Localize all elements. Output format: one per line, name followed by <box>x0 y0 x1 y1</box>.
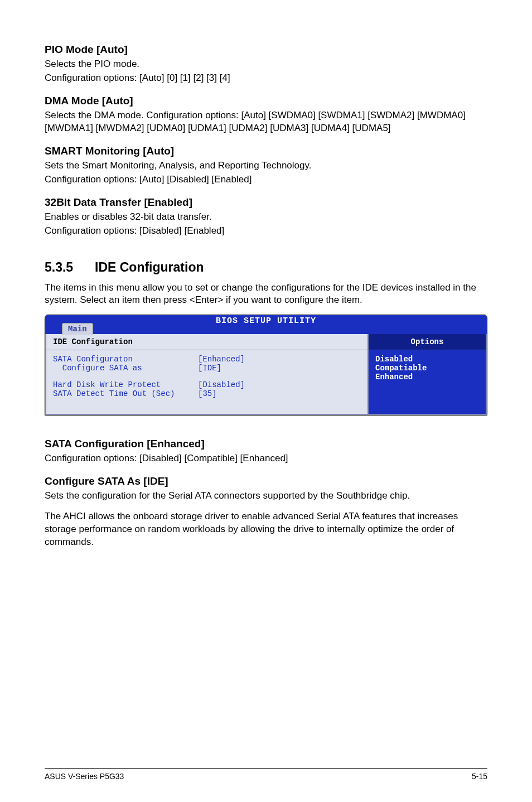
bios-tab-main: Main <box>62 323 93 335</box>
pio-heading: PIO Mode [Auto] <box>45 44 487 56</box>
pio-line2: Configuration options: [Auto] [0] [1] [2… <box>45 72 487 85</box>
ide-intro: The items in this menu allow you to set … <box>45 282 487 307</box>
ide-heading: 5.3.5IDE Configuration <box>45 260 487 275</box>
bios-option: Compatiable <box>375 364 479 373</box>
bios-header: BIOS SETUP UTILITY Main <box>45 315 487 334</box>
bios-value: [Disabled] <box>198 380 245 389</box>
bios-label: Configure SATA as <box>53 364 198 373</box>
bios-fade <box>45 418 487 428</box>
bios-row: SATA Detect Time Out (Sec)[35] <box>53 389 361 398</box>
ide-title: IDE Configuration <box>95 260 204 274</box>
bios-option: Disabled <box>375 355 479 364</box>
xfer-line2: Configuration options: [Disabled] [Enabl… <box>45 225 487 238</box>
bios-row: SATA Configuraton[Enhanced] <box>53 355 361 364</box>
ide-number: 5.3.5 <box>45 260 95 275</box>
bios-row: Hard Disk Write Protect[Disabled] <box>53 380 361 389</box>
bios-value: [IDE] <box>198 364 221 373</box>
bios-row: Configure SATA as[IDE] <box>53 364 361 373</box>
bios-left-pane: IDE Configuration SATA Configuraton[Enha… <box>45 334 369 415</box>
xfer-line1: Enables or disables 32-bit data transfer… <box>45 211 487 224</box>
footer-right: 5-15 <box>472 772 487 781</box>
cfg-sata-as-p2: The AHCI allows the onboard storage driv… <box>45 510 487 549</box>
bios-right-content: Disabled Compatiable Enhanced <box>369 350 486 397</box>
bios-right-title: Options <box>369 334 486 350</box>
bios-label: Hard Disk Write Protect <box>53 380 198 389</box>
bios-label: SATA Detect Time Out (Sec) <box>53 389 198 398</box>
bios-value: [35] <box>198 389 217 398</box>
dma-heading: DMA Mode [Auto] <box>45 95 487 107</box>
bios-right-pane: Options Disabled Compatiable Enhanced <box>369 334 487 415</box>
bios-option: Enhanced <box>375 373 479 381</box>
xfer-heading: 32Bit Data Transfer [Enabled] <box>45 196 487 209</box>
sata-cfg-heading: SATA Configuration [Enhanced] <box>45 438 487 450</box>
smart-line2: Configuration options: [Auto] [Disabled]… <box>45 173 487 186</box>
sata-cfg-text: Configuration options: [Disabled] [Compa… <box>45 452 487 465</box>
smart-line1: Sets the Smart Monitoring, Analysis, and… <box>45 160 487 172</box>
bios-left-title: IDE Configuration <box>46 334 367 350</box>
bios-title: BIOS SETUP UTILITY <box>45 315 487 327</box>
bios-value: [Enhanced] <box>198 355 245 364</box>
pio-line1: Selects the PIO mode. <box>45 58 487 71</box>
cfg-sata-as-p1: Sets the configuration for the Serial AT… <box>45 490 487 503</box>
smart-heading: SMART Monitoring [Auto] <box>45 145 487 157</box>
bios-label: SATA Configuraton <box>53 355 198 364</box>
cfg-sata-as-heading: Configure SATA As [IDE] <box>45 475 487 487</box>
bios-left-content: SATA Configuraton[Enhanced] Configure SA… <box>46 350 367 414</box>
page-footer: ASUS V-Series P5G33 5-15 <box>45 768 487 781</box>
footer-left: ASUS V-Series P5G33 <box>45 772 124 781</box>
bios-screenshot: BIOS SETUP UTILITY Main IDE Configuratio… <box>45 315 487 416</box>
dma-text: Selects the DMA mode. Configuration opti… <box>45 109 487 135</box>
page: PIO Mode [Auto] Selects the PIO mode. Co… <box>0 0 532 802</box>
bios-row-spacer <box>53 373 361 380</box>
bios-body: IDE Configuration SATA Configuraton[Enha… <box>45 334 487 415</box>
